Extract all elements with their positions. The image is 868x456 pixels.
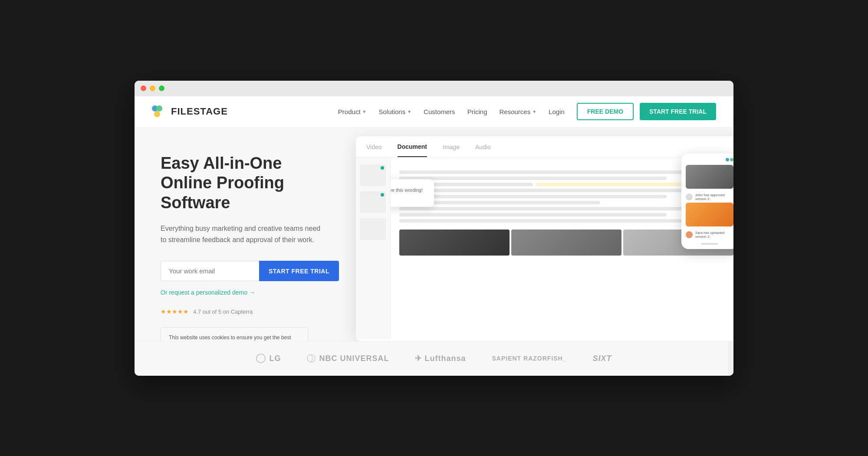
mockup-sidebar [356,157,391,339]
mobile-logo [726,158,733,161]
lg-circle-icon [256,354,266,363]
logo-dot-green [156,105,162,112]
sidebar-thumb-3 [360,218,386,240]
nav-product[interactable]: Product ▼ [338,108,367,115]
nav-actions: FREE DEMO START FREE TRIAL [577,103,716,120]
rating-area: ★★★★★ 4.7 out of 5 on Capterra [161,308,321,315]
hero-section: Easy All-in-One Online Proofing Software… [135,128,733,341]
tab-document[interactable]: Document [398,143,427,157]
photo-1 [399,230,510,256]
star-rating: ★★★★★ [161,308,189,315]
home-indicator [701,243,718,245]
notification-1: John has approved version 2. [686,191,733,203]
notification-2: Sara has uploaded version 2. [686,229,733,240]
mobile-bottom [686,243,733,245]
laptop-mockup: Video Document Image Audio [356,136,733,341]
mobile-mockup: John has approved version 2. Sara has up… [681,154,733,249]
brand-sapient: SAPIENT RAZORFISH_ [492,355,567,362]
mobile-card-2 [686,203,733,226]
sidebar-indicator-2 [381,193,384,197]
tab-audio[interactable]: Audio [475,144,491,157]
notif-text-2: Sara has uploaded version 2. [695,231,733,239]
hero-subtitle: Everything busy marketing and creative t… [161,223,321,245]
photo-2 [511,230,621,256]
cookie-banner: This website uses cookies to ensure you … [161,327,308,341]
svg-point-1 [307,354,315,362]
mockup-tabs: Video Document Image Audio [356,136,733,157]
hero-right: Video Document Image Audio [343,128,733,341]
notif-avatar-2 [686,231,693,238]
nbc-icon [307,354,316,363]
tab-image[interactable]: Image [443,144,460,157]
hero-left: Easy All-in-One Online Proofing Software… [135,128,343,341]
mobile-header [686,158,733,161]
tab-video[interactable]: Video [366,144,382,157]
doc-line-5 [399,195,667,198]
nav-customers[interactable]: Customers [424,108,455,115]
browser-window: FILESTAGE Product ▼ Solutions ▼ Customer… [135,81,733,376]
browser-content: FILESTAGE Product ▼ Solutions ▼ Customer… [135,96,733,376]
nav-links: Product ▼ Solutions ▼ Customers Pricing … [338,108,565,115]
logo[interactable]: FILESTAGE [152,105,228,118]
comment-text: Let's improve this wording! [391,187,427,194]
sidebar-indicator-1 [381,166,384,170]
brand-lufthansa: ✈ Lufthansa [415,354,466,363]
email-input[interactable] [161,261,259,281]
sidebar-thumb-1 [360,164,386,186]
logo-text: FILESTAGE [171,106,228,117]
sidebar-thumb-2 [360,191,386,213]
notif-text-1: John has approved version 2. [695,193,733,201]
minimize-button[interactable] [150,85,155,91]
nav-solutions[interactable]: Solutions ▼ [378,108,411,115]
solutions-dropdown-arrow: ▼ [407,109,411,114]
nav-resources[interactable]: Resources ▼ [499,108,536,115]
mobile-logo-blue [726,158,729,161]
svg-point-0 [256,354,265,363]
demo-link[interactable]: Or request a personalized demo → [161,289,321,296]
brand-lg: LG [256,354,281,363]
mobile-card-1 [686,165,733,189]
comment-bubble: Let's improve this wording! [391,179,434,207]
title-bar [135,81,733,96]
brand-nbc: NBC UNIVERSAL [307,354,389,363]
brand-sixt: SIXT [593,354,612,363]
doc-line-8 [399,213,667,217]
free-demo-button[interactable]: FREE DEMO [577,103,634,120]
navbar: FILESTAGE Product ▼ Solutions ▼ Customer… [135,96,733,128]
logo-dot-yellow [154,111,160,117]
email-form: START FREE TRIAL [161,261,321,281]
start-trial-nav-button[interactable]: START FREE TRIAL [640,103,716,120]
hero-title: Easy All-in-One Online Proofing Software [161,154,321,213]
maximize-button[interactable] [159,85,164,91]
nav-pricing[interactable]: Pricing [467,108,487,115]
logo-icon [152,105,167,118]
nav-login[interactable]: Login [549,108,565,115]
mobile-logo-green [730,158,733,161]
mockup-body: Let's improve this wording! [356,157,733,339]
product-dropdown-arrow: ▼ [362,109,367,114]
comment-content: Let's improve this wording! [391,185,427,194]
brand-strip: LG NBC UNIVERSAL ✈ Lufthansa SAPIENT RAZ… [135,341,733,376]
resources-dropdown-arrow: ▼ [532,109,536,114]
cookie-text: This website uses cookies to ensure you … [169,334,300,341]
rating-text: 4.7 out of 5 on Capterra [193,308,253,315]
notif-avatar-1 [686,194,693,200]
start-trial-button[interactable]: START FREE TRIAL [259,261,339,281]
doc-line-2 [399,177,667,180]
close-button[interactable] [141,85,146,91]
